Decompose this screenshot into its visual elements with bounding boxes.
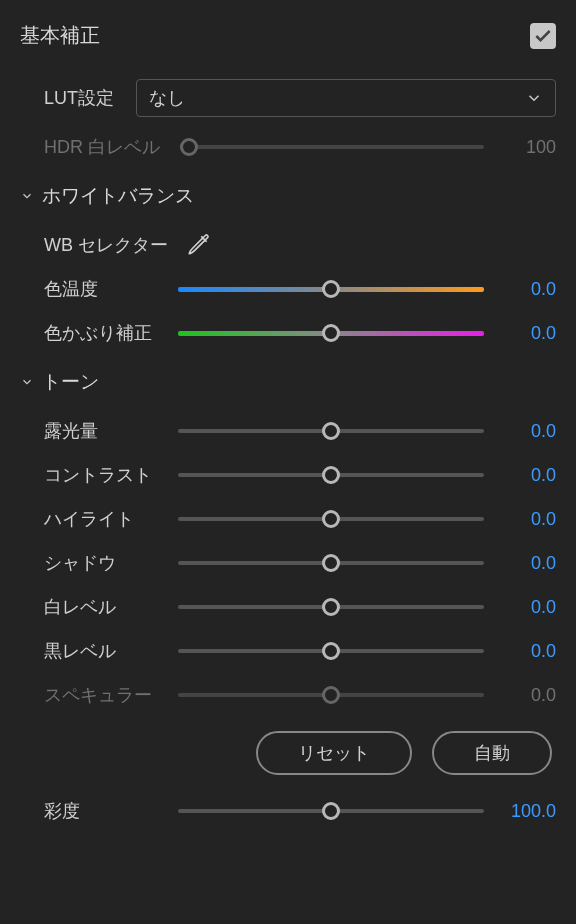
blacks-value[interactable]: 0.0 [496, 641, 556, 662]
shadows-value[interactable]: 0.0 [496, 553, 556, 574]
exposure-label: 露光量 [44, 419, 174, 443]
panel-enable-checkbox[interactable] [530, 23, 556, 49]
highlights-slider[interactable] [178, 511, 484, 527]
blacks-slider[interactable] [178, 643, 484, 659]
saturation-slider[interactable] [178, 803, 484, 819]
check-icon [533, 26, 553, 46]
chevron-down-icon [20, 189, 34, 203]
hdr-white-value: 100 [496, 137, 556, 158]
tone-section-header[interactable]: トーン [0, 355, 576, 409]
lut-selected-value: なし [149, 86, 185, 110]
highlights-value[interactable]: 0.0 [496, 509, 556, 530]
eyedropper-icon [185, 232, 211, 258]
whites-slider[interactable] [178, 599, 484, 615]
shadows-slider[interactable] [178, 555, 484, 571]
tint-slider[interactable] [178, 325, 484, 341]
reset-button[interactable]: リセット [256, 731, 412, 775]
highlights-label: ハイライト [44, 507, 174, 531]
whites-label: 白レベル [44, 595, 174, 619]
saturation-value[interactable]: 100.0 [496, 801, 556, 822]
specular-value: 0.0 [496, 685, 556, 706]
temp-slider[interactable] [178, 281, 484, 297]
specular-slider [178, 687, 484, 703]
hdr-white-slider [180, 139, 484, 155]
exposure-slider[interactable] [178, 423, 484, 439]
panel-title: 基本補正 [20, 22, 100, 49]
eyedropper-button[interactable] [184, 231, 212, 259]
wb-section-header[interactable]: ホワイトバランス [0, 169, 576, 223]
tone-section-label: トーン [42, 369, 99, 395]
shadows-label: シャドウ [44, 551, 174, 575]
contrast-value[interactable]: 0.0 [496, 465, 556, 486]
specular-label: スペキュラー [44, 683, 174, 707]
wb-selector-label: WB セレクター [44, 233, 174, 257]
lut-select[interactable]: なし [136, 79, 556, 117]
auto-button[interactable]: 自動 [432, 731, 552, 775]
blacks-label: 黒レベル [44, 639, 174, 663]
lut-label: LUT設定 [44, 86, 130, 110]
whites-value[interactable]: 0.0 [496, 597, 556, 618]
temp-value[interactable]: 0.0 [496, 279, 556, 300]
tint-label: 色かぶり補正 [44, 321, 174, 345]
chevron-down-icon [525, 89, 543, 107]
hdr-white-label: HDR 白レベル [44, 135, 176, 159]
saturation-label: 彩度 [44, 799, 174, 823]
temp-label: 色温度 [44, 277, 174, 301]
contrast-slider[interactable] [178, 467, 484, 483]
exposure-value[interactable]: 0.0 [496, 421, 556, 442]
wb-section-label: ホワイトバランス [42, 183, 194, 209]
contrast-label: コントラスト [44, 463, 174, 487]
chevron-down-icon [20, 375, 34, 389]
tint-value[interactable]: 0.0 [496, 323, 556, 344]
